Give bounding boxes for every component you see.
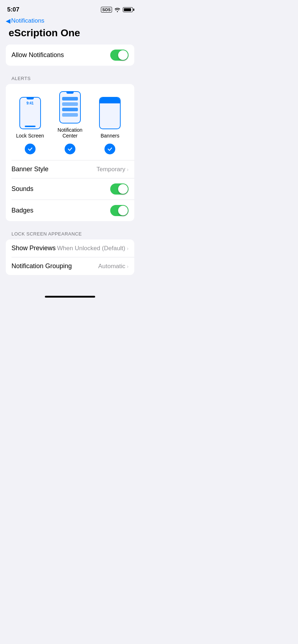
checkmark-icon	[27, 146, 33, 152]
check-circle-banners	[104, 144, 115, 154]
show-previews-value: When Unlocked (Default) ›	[57, 245, 129, 252]
page-title: eScription One	[9, 27, 80, 39]
allow-notifications-card: Allow Notifications	[6, 45, 134, 66]
lockscreen-appearance-section-label: LOCK SCREEN APPEARANCE	[0, 224, 140, 239]
page-content: Allow Notifications ALERTS 9:41 Lock Scr…	[0, 45, 140, 289]
banners-label: Banners	[101, 133, 119, 139]
status-bar: 5:07 SOS	[0, 0, 140, 16]
wifi-icon	[114, 7, 121, 12]
check-circle-lockscreen	[25, 144, 36, 154]
checkmark-icon-2	[67, 146, 73, 152]
sounds-toggle-knob	[118, 184, 128, 194]
lockscreen-phone-icon: 9:41	[19, 97, 41, 129]
notifcenter-phone-icon	[59, 91, 81, 123]
allow-notifications-row: Allow Notifications	[6, 45, 134, 66]
notification-grouping-row[interactable]: Notification Grouping Automatic ›	[6, 257, 134, 275]
checks-row	[6, 141, 134, 160]
lockscreen-appearance-card: Show Previews When Unlocked (Default) › …	[6, 239, 134, 275]
alert-option-notifcenter[interactable]: Notification Center	[50, 91, 90, 139]
check-notifcenter	[50, 144, 90, 154]
badges-label: Badges	[11, 207, 33, 214]
check-banners	[90, 144, 130, 154]
alerts-card: 9:41 Lock Screen Notification Center	[6, 84, 134, 221]
back-arrow-icon: ◀	[6, 17, 10, 25]
sos-icon: SOS	[101, 7, 112, 13]
chevron-icon-1: ›	[127, 166, 129, 172]
phone-notch-2	[66, 92, 74, 94]
banner-style-row[interactable]: Banner Style Temporary ›	[6, 160, 134, 178]
check-lockscreen	[10, 144, 50, 154]
sounds-toggle[interactable]	[110, 183, 129, 195]
allow-notifications-toggle[interactable]	[110, 50, 129, 61]
toggle-knob	[118, 50, 128, 60]
badges-toggle-knob	[118, 206, 128, 215]
phone-time-display: 9:41	[27, 101, 34, 105]
check-circle-notifcenter	[65, 144, 75, 154]
badges-row: Badges	[6, 200, 134, 221]
page-header: eScription One	[0, 26, 140, 45]
status-icons: SOS	[101, 7, 133, 13]
alert-option-lockscreen[interactable]: 9:41 Lock Screen	[10, 97, 50, 139]
chevron-icon-3: ›	[127, 263, 129, 269]
sounds-row: Sounds	[6, 178, 134, 200]
allow-notifications-label: Allow Notifications	[11, 51, 64, 59]
banner-style-label: Banner Style	[11, 165, 48, 173]
lockscreen-label: Lock Screen	[16, 133, 44, 139]
show-previews-row[interactable]: Show Previews When Unlocked (Default) ›	[6, 239, 134, 257]
back-nav[interactable]: ◀ Notifications	[0, 16, 140, 26]
banner-top-bar	[100, 98, 120, 103]
badges-toggle[interactable]	[110, 205, 129, 216]
battery-icon	[123, 7, 133, 12]
phone-bottom-bar	[25, 126, 36, 127]
alerts-icons-row: 9:41 Lock Screen Notification Center	[6, 84, 134, 141]
notifcenter-label: Notification Center	[50, 127, 90, 139]
notification-grouping-label: Notification Grouping	[11, 262, 72, 270]
back-label: Notifications	[11, 17, 45, 24]
status-time: 5:07	[7, 6, 19, 13]
sounds-label: Sounds	[11, 185, 33, 193]
show-previews-label: Show Previews	[11, 244, 56, 252]
chevron-icon-2: ›	[127, 245, 129, 251]
banners-phone-icon	[99, 97, 121, 129]
home-indicator	[45, 296, 95, 298]
alert-option-banners[interactable]: Banners	[90, 97, 130, 139]
phone-notch	[27, 98, 34, 99]
banner-style-value: Temporary ›	[97, 166, 129, 173]
notification-grouping-value: Automatic ›	[98, 263, 129, 270]
checkmark-icon-3	[107, 146, 113, 152]
alerts-section-label: ALERTS	[0, 69, 140, 84]
